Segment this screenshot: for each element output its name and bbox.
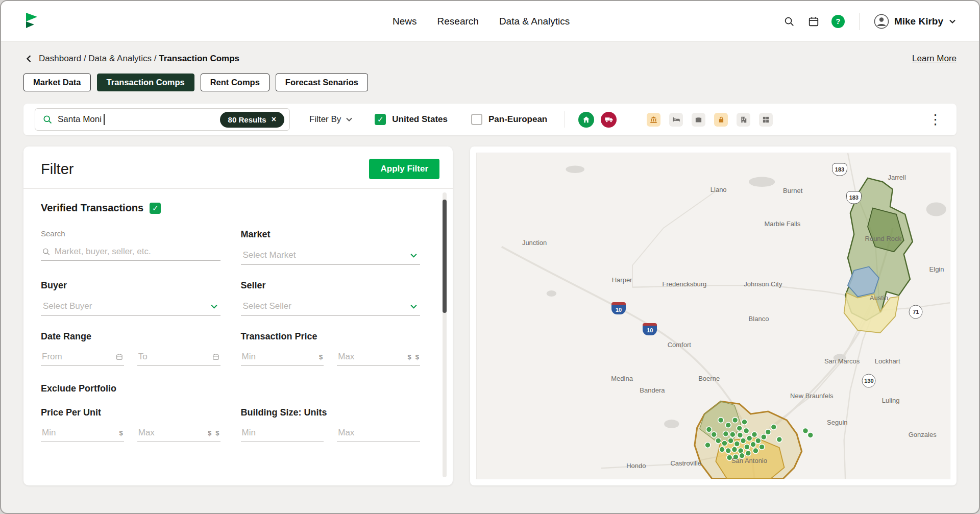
dollar-icon: $ xyxy=(415,353,419,361)
lock-icon[interactable] xyxy=(714,113,728,127)
checkbox-icon[interactable]: ✓ xyxy=(375,114,386,125)
building-size-group: Building Size: Units xyxy=(241,407,421,442)
ppu-max-text[interactable] xyxy=(138,428,204,438)
price-min-text[interactable] xyxy=(242,352,315,362)
filter-by-dropdown[interactable]: Filter By xyxy=(309,114,353,125)
highway-shield-10: 10 xyxy=(611,302,626,314)
breadcrumb-prefix[interactable]: Dashboard / Data & Analytics / xyxy=(39,54,159,63)
search-value: Santa Moni xyxy=(58,114,102,125)
date-range-label: Date Range xyxy=(41,331,220,342)
map-city-label-luling: Luling xyxy=(882,397,900,404)
building-size-max-input[interactable] xyxy=(337,424,420,442)
market-placeholder: Select Market xyxy=(243,250,296,260)
buyer-select[interactable]: Select Buyer xyxy=(41,297,220,316)
filter-by-label: Filter By xyxy=(309,114,341,125)
search-icon[interactable] xyxy=(782,15,796,28)
bs-min-text[interactable] xyxy=(242,428,323,438)
truck-layer-button[interactable] xyxy=(601,112,617,128)
apply-filter-button[interactable]: Apply Filter xyxy=(369,159,439,179)
learn-more-link[interactable]: Learn More xyxy=(912,54,957,64)
calendar-icon xyxy=(116,353,123,361)
search-field-label: Search xyxy=(41,229,220,238)
nav-item-news[interactable]: News xyxy=(393,16,417,27)
seller-select[interactable]: Select Seller xyxy=(241,297,421,316)
date-from-text[interactable] xyxy=(42,352,112,362)
breadcrumb-current: Transaction Comps xyxy=(159,54,239,63)
map-city-label-castroville: Castroville xyxy=(670,459,701,467)
building-size-min-input[interactable] xyxy=(241,424,324,442)
scrollbar-thumb[interactable] xyxy=(443,200,447,313)
filter-toolbar: Santa Moni 80 Results × Filter By ✓Unite… xyxy=(23,104,957,135)
price-max-text[interactable] xyxy=(338,352,403,362)
filter-scrollbar xyxy=(443,192,447,477)
exclude-portfolio-label[interactable]: Exclude Portfolio xyxy=(41,383,220,394)
clear-results-icon[interactable]: × xyxy=(272,115,276,124)
checkbox-icon[interactable] xyxy=(471,114,482,125)
back-chevron-icon[interactable] xyxy=(23,53,35,64)
breadcrumb-row: Dashboard / Data & Analytics / Transacti… xyxy=(23,53,957,64)
highway-shield-130: 130 xyxy=(862,374,876,387)
map-city-label-comfort: Comfort xyxy=(668,341,691,349)
filter-search-input[interactable] xyxy=(41,243,220,261)
grid-icon[interactable] xyxy=(759,113,773,127)
map-city-label-boerne: Boerne xyxy=(698,375,720,382)
price-per-unit-max-input[interactable]: $ $ xyxy=(137,424,220,442)
dollar-icon: $ xyxy=(215,429,219,437)
bed-icon[interactable] xyxy=(669,113,683,127)
top-navigation-bar: NewsResearchData & Analytics ? Mike Kirb… xyxy=(1,1,979,42)
verified-transactions-checkbox[interactable]: ✓ xyxy=(150,203,161,214)
bank-icon[interactable] xyxy=(647,113,660,127)
tab-forecast-senarios[interactable]: Forecast Senarios xyxy=(276,74,368,91)
price-per-unit-min-input[interactable]: $ xyxy=(41,424,124,442)
ppu-min-text[interactable] xyxy=(42,428,115,438)
checkbox-label: United States xyxy=(392,114,448,125)
more-options-icon[interactable]: ⋮ xyxy=(925,113,945,127)
date-to-text[interactable] xyxy=(138,352,208,362)
transaction-price-min-input[interactable]: $ xyxy=(241,348,324,366)
map-city-label-llano: Llano xyxy=(710,185,727,193)
comps-search-input[interactable]: Santa Moni 80 Results × xyxy=(35,108,290,131)
tab-market-data[interactable]: Market Data xyxy=(23,74,91,91)
region-options: ✓United StatesPan-European xyxy=(375,114,547,125)
map-city-label-blanco: Blanco xyxy=(749,315,769,323)
region-option-pan-european[interactable]: Pan-European xyxy=(471,114,547,125)
map-city-label-burnet: Burnet xyxy=(783,187,802,194)
highway-shield-183: 183 xyxy=(846,191,862,204)
nav-item-data-analytics[interactable]: Data & Analytics xyxy=(499,16,570,27)
checkbox-label: Pan-European xyxy=(488,114,547,125)
region-option-united-states[interactable]: ✓United States xyxy=(375,114,448,125)
tab-rent-comps[interactable]: Rent Comps xyxy=(201,74,270,91)
dollar-icon: $ xyxy=(119,429,123,437)
transaction-price-group: Transaction Price $ $ $ xyxy=(241,331,421,366)
map-city-label-lockhart: Lockhart xyxy=(875,357,900,365)
calendar-icon[interactable] xyxy=(807,15,820,28)
home-layer-button[interactable] xyxy=(578,112,594,128)
view-tabs: Market DataTransaction CompsRent CompsFo… xyxy=(23,74,957,91)
breadcrumb[interactable]: Dashboard / Data & Analytics / Transacti… xyxy=(39,54,239,64)
tab-transaction-comps[interactable]: Transaction Comps xyxy=(97,74,194,91)
chevron-down-icon xyxy=(409,302,418,311)
chevron-down-icon xyxy=(409,251,418,260)
chevron-down-icon xyxy=(210,302,218,311)
help-icon[interactable]: ? xyxy=(831,15,845,28)
building-icon[interactable] xyxy=(737,113,750,127)
divider xyxy=(859,13,860,30)
map-city-label-san-marcos: San Marcos xyxy=(824,357,860,365)
brand-logo[interactable] xyxy=(23,12,40,31)
user-menu[interactable]: Mike Kirby xyxy=(874,14,957,29)
bs-max-text[interactable] xyxy=(338,428,419,438)
date-to-input[interactable] xyxy=(137,348,220,366)
highway-shield-183: 183 xyxy=(832,163,847,176)
market-select[interactable]: Select Market xyxy=(241,246,421,265)
price-per-unit-group: Price Per Unit $ $ $ xyxy=(41,407,220,442)
date-from-input[interactable] xyxy=(41,348,124,366)
results-count: 80 Results xyxy=(228,115,266,124)
filter-search-text[interactable] xyxy=(55,247,219,257)
brand-logo-icon xyxy=(23,12,40,31)
map-canvas[interactable]: LlanoBurnetJarrellMarble FallsRound Rock… xyxy=(476,153,950,479)
text-caret xyxy=(104,114,105,125)
nav-item-research[interactable]: Research xyxy=(437,16,479,27)
map-city-label-seguin: Seguin xyxy=(827,418,847,426)
briefcase-icon[interactable] xyxy=(692,113,705,127)
transaction-price-max-input[interactable]: $ $ xyxy=(337,348,420,366)
